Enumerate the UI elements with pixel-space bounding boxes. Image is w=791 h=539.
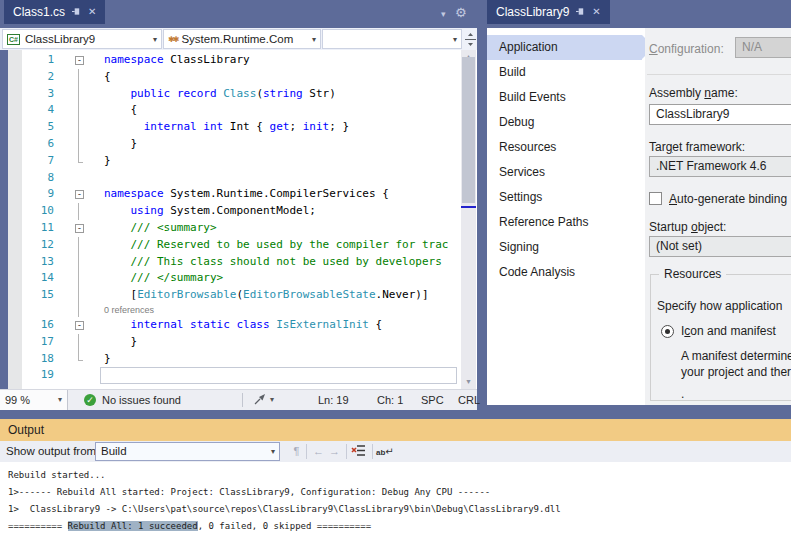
column-indicator[interactable]: Ch: 1 [377,390,403,410]
startup-object-dropdown[interactable]: (Not set) [649,236,791,257]
dropdown-arrow-icon: ▾ [453,35,457,44]
dropdown-arrow-icon: ▾ [312,35,316,44]
code-editor[interactable]: 1-namespace ClassLibrary2{3 public recor… [0,50,477,389]
props-menu-item-resources[interactable]: Resources [487,135,642,160]
props-menu-item-code-analysis[interactable]: Code Analysis [487,260,642,285]
fold-guide-line [74,69,85,86]
code-text: [EditorBrowsable(EditorBrowsableState.Ne… [104,287,429,304]
find-message-button[interactable]: ¶ [288,443,305,460]
code-line-6: 6 } [0,136,458,153]
props-menu-item-reference-paths[interactable]: Reference Paths [487,210,642,235]
configuration-dropdown: N/A [735,37,791,58]
props-menu-item-services[interactable]: Services [487,160,642,185]
code-line-18: 18} [0,351,458,368]
output-line: ========== Rebuild All: 1 succeeded, 0 f… [8,518,791,535]
fold-collapse-icon[interactable]: - [75,56,84,65]
return-arrow-icon: ↵ [385,446,393,457]
close-icon[interactable]: ✕ [88,7,96,17]
line-number: 15 [22,287,54,304]
scroll-down-arrow[interactable]: ▼ [461,375,476,389]
show-output-from-label: Show output from: [6,441,99,462]
type-dropdown[interactable]: ✱✱ System.Runtime.Com ▾ [163,29,321,49]
icon-and-manifest-radio[interactable] [661,325,674,338]
line-number: 1 [22,52,54,69]
health-indicator[interactable]: ✓ No issues found [84,390,181,410]
output-line: 1>------ Rebuild All started: Project: C… [8,484,791,501]
target-framework-dropdown[interactable]: .NET Framework 4.6 [649,156,791,177]
csharp-project-icon: C# [7,34,20,45]
line-ending-indicator[interactable]: CRL [458,390,480,410]
health-text: No issues found [102,394,181,406]
codelens-references[interactable]: 0 references [104,304,154,317]
props-menu-item-settings[interactable]: Settings [487,185,642,210]
auto-generate-binding-checkbox[interactable] [649,192,662,205]
code-line-12: 12 /// Reserved to be used by the compil… [0,237,458,254]
output-log[interactable]: Rebuild started...1>------ Rebuild All s… [0,462,791,539]
tab-class1cs[interactable]: Class1.cs ✕ [4,0,105,24]
prev-message-button[interactable]: ← [310,443,327,460]
fold-collapse-icon[interactable]: - [75,224,84,233]
code-line-16: 16- internal static class IsExternalInit… [0,317,458,334]
code-line-9: 9-namespace System.Runtime.CompilerServi… [0,186,458,203]
close-icon[interactable]: ✕ [592,7,600,17]
pin-icon[interactable] [576,7,585,18]
zoom-level: 99 % [5,394,30,406]
output-toolbar: Show output from: Build ▾ ¶ ← → ab↵ [0,441,791,462]
props-menu-item-debug[interactable]: Debug [487,110,642,135]
line-number: 14 [22,270,54,287]
fold-collapse-icon[interactable]: - [75,190,84,199]
code-text: /// </summary> [104,270,223,287]
show-output-from-dropdown[interactable]: Build ▾ [95,442,280,461]
code-text: } [104,136,137,153]
pin-icon[interactable] [72,7,81,18]
fold-guide-line [74,270,85,287]
props-menu-item-signing[interactable]: Signing [487,235,642,260]
output-panel-title[interactable]: Output [0,419,791,441]
clear-all-button[interactable] [350,443,367,460]
code-line-7: 7} [0,153,458,170]
next-message-button[interactable]: → [326,443,343,460]
member-dropdown[interactable]: ▾ [322,29,462,49]
code-text: using System.ComponentModel; [104,203,316,220]
fold-guide-line [74,86,85,103]
code-line-11: 11- /// <summary> [0,220,458,237]
assembly-name-label: Assembly name: [649,86,738,100]
code-line-13: 13 /// This class should not be used by … [0,254,458,271]
gear-icon[interactable]: ⚙ [455,5,467,20]
fold-guide-line [74,351,85,368]
props-menu-item-application[interactable]: Application [487,35,642,60]
code-lines: 1-namespace ClassLibrary2{3 public recor… [0,52,458,389]
scrollbar-thumb[interactable] [462,57,475,203]
code-line-8: 8 [0,170,458,187]
project-dropdown[interactable]: C# ClassLibrary9 ▾ [2,29,162,49]
assembly-name-input[interactable]: ClassLibrary9 [649,104,791,125]
tab-title: Class1.cs [13,5,65,19]
code-text: public record Class(string Str) [104,86,336,103]
chevron-down-icon[interactable]: ▾ [441,9,446,19]
vertical-scrollbar[interactable]: ▲ ▼ [461,50,476,389]
check-icon: ✓ [84,394,96,406]
line-number: 6 [22,136,54,153]
line-number: 17 [22,334,54,351]
auto-generate-binding-label: Auto-generate binding [669,192,787,206]
word-wrap-button[interactable]: ab↵ [376,443,393,460]
line-number: 13 [22,254,54,271]
startup-object-label: Startup object: [649,220,726,234]
line-number: 10 [22,203,54,220]
fold-collapse-icon[interactable]: - [75,321,84,330]
line-number: 2 [22,69,54,86]
tab-classlibrary9[interactable]: ClassLibrary9 ✕ [487,0,610,24]
zoom-level-dropdown[interactable]: 99 % ▾ [0,390,68,410]
fold-guide-line [74,153,85,170]
insert-mode-indicator[interactable]: SPC [421,390,444,410]
separator [306,444,307,459]
props-menu-item-build[interactable]: Build [487,60,642,85]
props-menu-item-build-events[interactable]: Build Events [487,85,642,110]
output-source: Build [101,445,127,457]
line-number: 18 [22,351,54,368]
code-line-4: 4 { [0,102,458,119]
code-cleanup-button[interactable]: ▾ [253,393,274,406]
tab-title: ClassLibrary9 [496,5,569,19]
split-editor-handle[interactable] [464,29,477,49]
line-indicator[interactable]: Ln: 19 [318,390,349,410]
